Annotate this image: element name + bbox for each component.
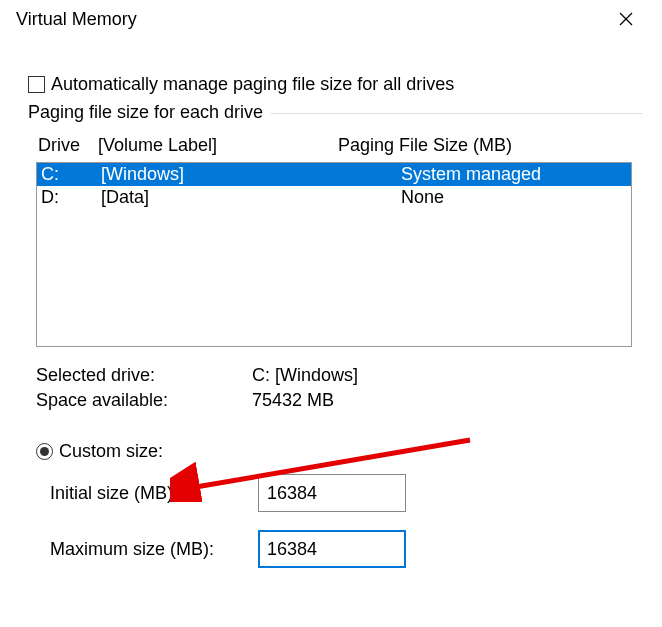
initial-size-row: Initial size (MB):	[36, 474, 632, 512]
drive-row-d[interactable]: D: [Data] None	[37, 186, 631, 209]
drive-letter: C:	[41, 164, 101, 185]
maximum-size-row: Maximum size (MB):	[36, 530, 632, 568]
selected-drive-value: C: [Windows]	[252, 365, 358, 386]
fieldset-legend: Paging file size for each drive	[28, 102, 271, 123]
paging-file-fieldset: Paging file size for each drive Drive [V…	[28, 113, 642, 568]
titlebar: Virtual Memory	[0, 0, 662, 38]
header-paging-size: Paging File Size (MB)	[338, 135, 630, 156]
initial-size-label: Initial size (MB):	[36, 483, 258, 504]
selected-drive-label: Selected drive:	[36, 365, 252, 386]
initial-size-input[interactable]	[258, 474, 406, 512]
drive-letter: D:	[41, 187, 101, 208]
header-volume-label: [Volume Label]	[98, 135, 338, 156]
drive-paging-size: None	[341, 187, 627, 208]
radio-dot-icon	[40, 447, 49, 456]
drive-row-c[interactable]: C: [Windows] System managed	[37, 163, 631, 186]
auto-manage-checkbox[interactable]	[28, 76, 45, 93]
auto-manage-label: Automatically manage paging file size fo…	[51, 74, 454, 95]
close-button[interactable]	[606, 4, 646, 34]
header-drive: Drive	[38, 135, 98, 156]
maximum-size-input[interactable]	[258, 530, 406, 568]
drive-paging-size: System managed	[341, 164, 627, 185]
drive-list-header: Drive [Volume Label] Paging File Size (M…	[36, 135, 632, 162]
drive-volume-label: [Windows]	[101, 164, 341, 185]
window-title: Virtual Memory	[16, 9, 137, 30]
drive-volume-label: [Data]	[101, 187, 341, 208]
space-available-label: Space available:	[36, 390, 252, 411]
custom-size-label: Custom size:	[59, 441, 163, 462]
drive-info: Selected drive: C: [Windows] Space avail…	[36, 365, 632, 411]
custom-size-radio-row[interactable]: Custom size:	[36, 441, 632, 462]
drive-list[interactable]: C: [Windows] System managed D: [Data] No…	[36, 162, 632, 347]
auto-manage-checkbox-row[interactable]: Automatically manage paging file size fo…	[28, 74, 642, 95]
maximum-size-label: Maximum size (MB):	[36, 539, 258, 560]
custom-size-radio[interactable]	[36, 443, 53, 460]
close-icon	[619, 12, 633, 26]
dialog-content: Automatically manage paging file size fo…	[0, 38, 662, 578]
space-available-value: 75432 MB	[252, 390, 334, 411]
